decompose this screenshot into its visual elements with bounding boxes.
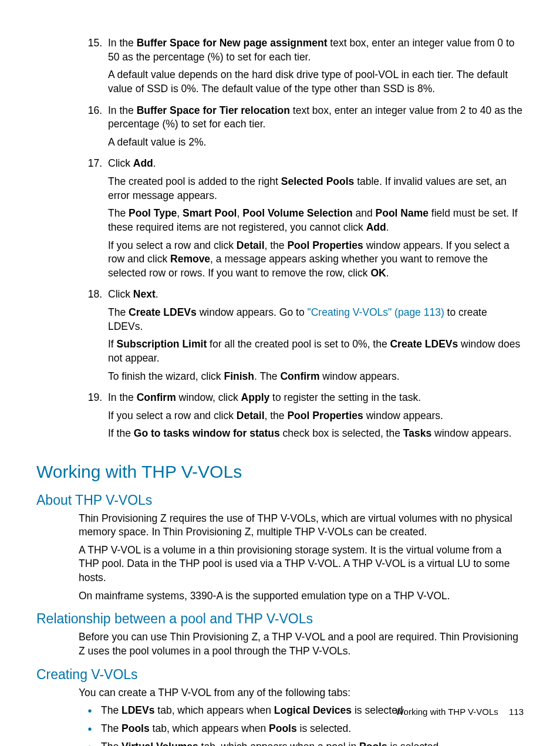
page-footer: Working with THP V-VOLs 113 <box>396 706 524 718</box>
step-body: Click Add. The created pool is added to … <box>108 157 524 284</box>
step-text: A default value is 2%. <box>108 136 524 150</box>
creating-vvols-link[interactable]: "Creating V-VOLs" (page 113) <box>308 306 444 318</box>
step-number: 19. <box>79 391 108 445</box>
step-body: Click Next. The Create LDEVs window appe… <box>108 288 524 387</box>
step-15: 15. In the Buffer Space for New page ass… <box>79 36 524 100</box>
section-heading-working-with-thp-vvols: Working with THP V-VOLs <box>36 460 524 484</box>
step-number: 18. <box>79 288 108 387</box>
step-text: If you select a row and click Detail, th… <box>108 409 524 423</box>
subheading-creating-vvols: Creating V-VOLs <box>36 666 524 684</box>
about-body: Thin Provisioning Z requires the use of … <box>79 512 524 603</box>
step-body: In the Buffer Space for Tier relocation … <box>108 104 524 154</box>
relationship-body: Before you can use Thin Provisioning Z, … <box>79 630 524 658</box>
step-text: The Pool Type, Smart Pool, Pool Volume S… <box>108 207 524 234</box>
step-text: To finish the wizard, click Finish. The … <box>108 370 524 384</box>
subheading-relationship: Relationship between a pool and THP V-VO… <box>36 610 524 628</box>
step-text: Click Next. <box>108 288 524 302</box>
step-17: 17. Click Add. The created pool is added… <box>79 157 524 284</box>
bullet-icon: • <box>79 722 101 736</box>
footer-title: Working with THP V-VOLs <box>396 707 498 717</box>
step-body: In the Buffer Space for New page assignm… <box>108 36 524 100</box>
step-text: If Subscription Limit for all the create… <box>108 337 524 365</box>
body-text: You can create a THP V-VOL from any of t… <box>79 686 524 700</box>
bullet-icon: • <box>79 704 101 718</box>
body-text: Thin Provisioning Z requires the use of … <box>79 512 524 539</box>
step-number: 15. <box>79 36 108 100</box>
list-item: • The Virtual Volumes tab, which appears… <box>79 740 524 746</box>
step-text: If the Go to tasks window for status che… <box>108 427 524 441</box>
list-item: • The Pools tab, which appears when Pool… <box>79 722 524 736</box>
document-page: 15. In the Buffer Space for New page ass… <box>0 0 560 746</box>
body-text: On mainframe systems, 3390-A is the supp… <box>79 589 524 603</box>
step-16: 16. In the Buffer Space for Tier relocat… <box>79 104 524 154</box>
page-number: 113 <box>509 707 524 717</box>
step-text: The Create LDEVs window appears. Go to "… <box>108 306 524 333</box>
step-text: In the Confirm window, click Apply to re… <box>108 391 524 405</box>
bullet-icon: • <box>79 740 101 746</box>
step-text: In the Buffer Space for Tier relocation … <box>108 104 524 131</box>
step-19: 19. In the Confirm window, click Apply t… <box>79 391 524 445</box>
step-text: In the Buffer Space for New page assignm… <box>108 36 524 64</box>
step-text: If you select a row and click Detail, th… <box>108 239 524 281</box>
step-number: 16. <box>79 104 108 154</box>
numbered-steps: 15. In the Buffer Space for New page ass… <box>79 36 524 445</box>
step-text: Click Add. <box>108 157 524 171</box>
step-number: 17. <box>79 157 108 284</box>
list-text: The Pools tab, which appears when Pools … <box>101 722 524 736</box>
step-text: The created pool is added to the right S… <box>108 175 524 202</box>
body-text: A THP V-VOL is a volume in a thin provis… <box>79 544 524 585</box>
step-18: 18. Click Next. The Create LDEVs window … <box>79 288 524 387</box>
step-body: In the Confirm window, click Apply to re… <box>108 391 524 445</box>
body-text: Before you can use Thin Provisioning Z, … <box>79 630 524 658</box>
subheading-about-thp-vvols: About THP V-VOLs <box>36 491 524 509</box>
list-text: The Virtual Volumes tab, which appears w… <box>101 740 524 746</box>
step-text: A default value depends on the hard disk… <box>108 68 524 96</box>
